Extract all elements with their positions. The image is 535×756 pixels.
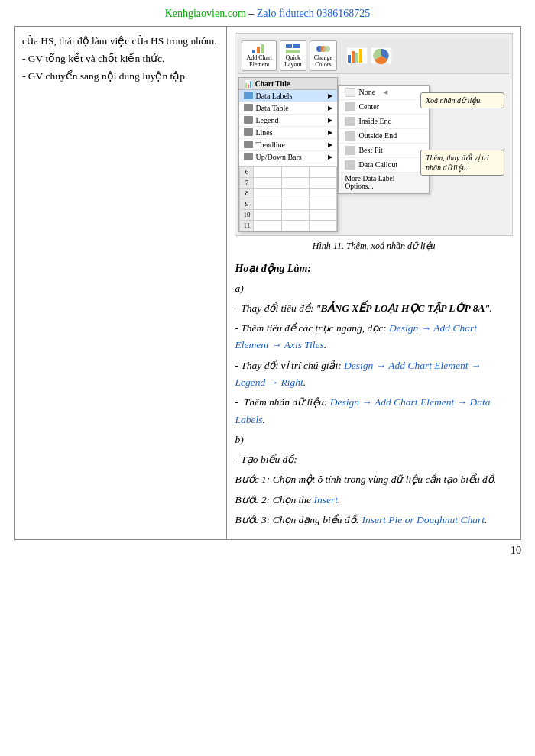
arrow-icon: ▶	[328, 141, 332, 148]
arrow-icon: ▶	[328, 129, 332, 136]
menu-item-data-table[interactable]: Data Table ▶	[239, 102, 337, 115]
content-area: Hoạt động Làm: a) - Thay đổi tiêu đề: "B…	[235, 258, 513, 534]
svg-rect-13	[355, 53, 358, 63]
svg-rect-6	[286, 50, 300, 53]
b-item2: Bước 1: Chọn một ô tính trong vùng dữ li…	[235, 471, 513, 488]
site-name: Kenhgiaovien.com	[165, 8, 246, 19]
inside-end-icon	[345, 117, 355, 126]
menu-header-chart-title: 📊 Chart Title	[239, 78, 337, 90]
right-column: + Add ChartElement	[227, 27, 521, 540]
callout-remove-label: Xoá nhãn dữ liệu.	[420, 92, 504, 108]
arrow-indicator: ◄	[381, 88, 389, 96]
arrow-icon: ▶	[328, 92, 332, 99]
a-item4-blue: Design → Add Chart Element → Data Labels	[235, 396, 490, 425]
chart-element-menu: 📊 Chart Title Data Labels ▶ Data Table ▶	[238, 77, 338, 232]
page-header: Kenhgiaovien.com – Zalo fidutech 0386168…	[0, 0, 535, 26]
data-callout-icon	[345, 160, 355, 170]
menu-item-data-labels[interactable]: Data Labels ▶	[239, 90, 337, 102]
lines-icon	[244, 128, 253, 136]
submenu-none[interactable]: None ◄	[339, 86, 429, 100]
legend-icon	[244, 116, 253, 124]
menu-item-lines[interactable]: Lines ▶	[239, 127, 337, 139]
best-fit-icon	[345, 146, 355, 155]
b-item3: Bước 2: Chọn the Insert.	[235, 492, 513, 509]
data-labels-icon	[244, 92, 253, 99]
arrow-icon: ▶	[328, 105, 332, 111]
b-item3-blue: Insert	[313, 494, 338, 506]
submenu-data-callout[interactable]: Data Callout	[339, 158, 429, 173]
figure-caption: Hình 11. Thêm, xoá nhãn dữ liệu	[235, 241, 513, 252]
quick-layout-btn[interactable]: QuickLayout	[280, 40, 306, 71]
callout-add-text: Thêm, thay đổi vị trí nhãn dữ liệu.	[426, 153, 489, 172]
a-item1: - Thay đổi tiêu đề: "BẢNG XẾP LOẠI HỌC T…	[235, 300, 513, 317]
svg-rect-0	[252, 50, 255, 53]
svg-point-9	[324, 46, 330, 52]
screenshot-area: + Add ChartElement	[235, 33, 513, 236]
outside-end-icon	[345, 131, 355, 141]
a-item3: - Thay đổi vị trí chú giải: Design → Add…	[235, 357, 513, 392]
svg-rect-11	[348, 55, 351, 63]
left-text-3: - GV chuyển sang nội dung luyện tập.	[22, 68, 219, 86]
svg-rect-5	[293, 44, 300, 48]
data-labels-submenu: None ◄ Center Inside End	[338, 85, 430, 194]
left-text-2: - GV tổng kết và chốt kiến thức.	[22, 50, 219, 68]
spreadsheet-preview: 6 7 8 9 10 11	[239, 166, 337, 231]
a-item2: - Thêm tiêu đề các trục ngang, dọc: Desi…	[235, 320, 513, 354]
chart-thumbnail-1	[346, 47, 368, 64]
menu-item-updown-bars[interactable]: Up/Down Bars ▶	[239, 151, 337, 163]
callout-remove-text: Xoá nhãn dữ liệu.	[426, 96, 482, 105]
add-chart-element-btn[interactable]: + Add ChartElement	[242, 40, 277, 71]
b-item4: Bước 3: Chọn dạng biểu đồ: Insert Pie or…	[235, 512, 513, 528]
svg-rect-4	[286, 44, 292, 48]
arrow-icon: ▶	[328, 153, 332, 160]
a-item2-blue: Design → Add Chart Element → Axis Tiles	[235, 322, 476, 351]
arrow-icon: ▶	[328, 117, 332, 124]
main-content-table: của HS, thái độ làm việc của HS trong nh…	[14, 26, 521, 540]
submenu-center[interactable]: Center	[339, 100, 429, 115]
submenu-more-options[interactable]: More Data Label Options...	[339, 173, 429, 193]
submenu-inside-end[interactable]: Inside End	[339, 115, 429, 129]
menu-item-legend[interactable]: Legend ▶	[239, 115, 337, 127]
svg-rect-14	[359, 49, 362, 63]
a-item1-bold: BẢNG XẾP LOẠI HỌC TẬP LỚP 8A	[320, 302, 485, 314]
page-number: 10	[0, 540, 535, 557]
svg-rect-1	[257, 47, 260, 53]
section-title: Hoạt động Làm:	[235, 260, 513, 277]
svg-rect-2	[261, 44, 264, 53]
submenu-outside-end[interactable]: Outside End	[339, 129, 429, 144]
data-table-icon	[244, 104, 253, 111]
updown-bars-icon	[244, 153, 253, 160]
none-icon	[345, 88, 355, 97]
dropdown-area: 📊 Chart Title Data Labels ▶ Data Table ▶	[238, 77, 509, 232]
callout-add-label: Thêm, thay đổi vị trí nhãn dữ liệu.	[420, 150, 504, 176]
a-item3-blue: Design → Add Chart Element → Legend → Ri…	[235, 360, 481, 388]
part-a-label: a)	[235, 280, 513, 297]
toolbar-row: + Add ChartElement	[238, 38, 509, 74]
a-item4: - Thêm nhãn dữ liệu: Design → Add Chart …	[235, 394, 513, 428]
submenu-best-fit[interactable]: Best Fit	[339, 144, 429, 158]
b-item1: - Tạo biểu đồ:	[235, 451, 513, 468]
change-colors-btn[interactable]: ChangeColors	[310, 40, 337, 71]
part-b-label: b)	[235, 431, 513, 448]
chart-thumbnail-2	[371, 47, 392, 64]
menu-item-trendline[interactable]: Trendline ▶	[239, 139, 337, 151]
b-item4-blue: Insert Pie or Doughnut Chart	[362, 514, 485, 525]
left-text-1: của HS, thái độ làm việc của HS trong nh…	[22, 33, 219, 50]
svg-rect-12	[352, 51, 355, 63]
zalo-link: Zalo fidutech 0386168725	[257, 8, 371, 19]
center-icon	[345, 102, 355, 111]
chart-title-icon: 📊	[244, 80, 253, 88]
left-column: của HS, thái độ làm việc của HS trong nh…	[15, 27, 227, 540]
trendline-icon	[244, 141, 253, 148]
separator: –	[246, 8, 257, 19]
